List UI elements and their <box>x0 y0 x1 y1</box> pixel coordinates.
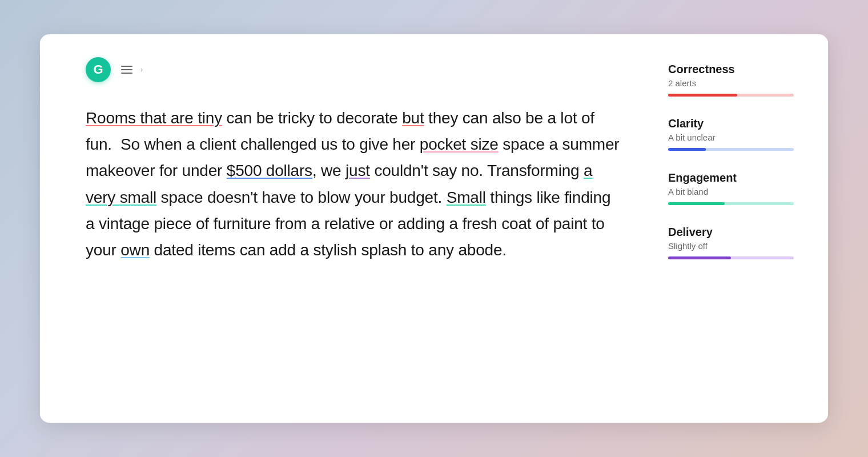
engagement-bar <box>668 202 794 205</box>
correctness-bar <box>668 94 794 97</box>
metric-clarity[interactable]: Clarity A bit unclear <box>668 117 805 151</box>
engagement-subtitle: A bit bland <box>668 187 805 197</box>
editor-text: Rooms that are tiny can be tricky to dec… <box>86 105 622 263</box>
correctness-subtitle: 2 alerts <box>668 78 805 88</box>
menu-icon[interactable] <box>118 62 136 77</box>
clarity-subtitle: A bit unclear <box>668 133 805 142</box>
correctness-title: Correctness <box>668 63 805 76</box>
clarity-bar <box>668 148 794 151</box>
grammarly-logo[interactable]: G <box>86 57 111 82</box>
underline-rooms[interactable]: Rooms that are tiny <box>86 109 222 127</box>
menu-arrow-icon: › <box>140 66 143 74</box>
underline-own[interactable]: own <box>120 241 150 259</box>
clarity-fill <box>668 148 706 151</box>
delivery-title: Delivery <box>668 226 805 239</box>
sidebar: Correctness 2 alerts Clarity A bit uncle… <box>657 34 828 423</box>
metric-correctness[interactable]: Correctness 2 alerts <box>668 63 805 97</box>
clarity-title: Clarity <box>668 117 805 130</box>
delivery-subtitle: Slightly off <box>668 241 805 251</box>
metric-engagement[interactable]: Engagement A bit bland <box>668 171 805 205</box>
editor-area: G › Rooms that are tiny can be tricky to… <box>40 34 657 423</box>
engagement-title: Engagement <box>668 171 805 185</box>
correctness-fill <box>668 94 737 97</box>
underline-just[interactable]: just <box>345 162 370 179</box>
engagement-fill <box>668 202 725 205</box>
underline-500[interactable]: $500 dollars <box>227 162 312 179</box>
underline-small[interactable]: Small <box>447 189 486 206</box>
delivery-fill <box>668 256 731 259</box>
underline-very-small[interactable]: a very small <box>86 162 592 206</box>
metric-delivery[interactable]: Delivery Slightly off <box>668 226 805 259</box>
toolbar: G › <box>86 57 622 82</box>
main-card: G › Rooms that are tiny can be tricky to… <box>40 34 828 423</box>
underline-pocket-size[interactable]: pocket size <box>420 135 499 153</box>
delivery-bar <box>668 256 794 259</box>
underline-but[interactable]: but <box>402 109 424 127</box>
